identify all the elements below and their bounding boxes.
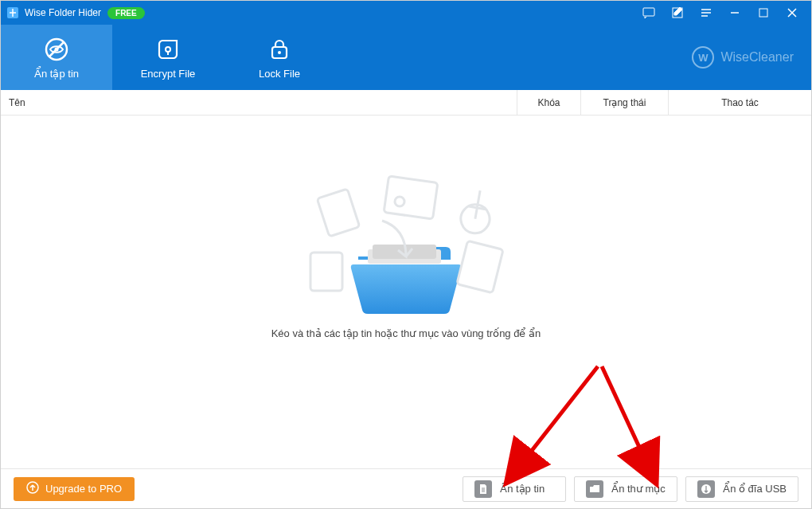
feedback-icon[interactable]	[634, 1, 663, 25]
dropzone-content: Kéo và thả các tập tin hoặc thư mục vào …	[271, 229, 541, 339]
column-headers: Tên Khóa Trạng thái Thao tác	[1, 90, 811, 116]
hide-file-button[interactable]: Ẩn tập tin	[463, 476, 566, 502]
col-action[interactable]: Thao tác	[668, 90, 811, 115]
titlebar: Wise Folder Hider FREE	[1, 1, 811, 25]
usb-icon	[697, 480, 715, 498]
upgrade-icon	[26, 481, 39, 496]
col-status[interactable]: Trạng thái	[580, 90, 668, 115]
svg-rect-13	[310, 253, 342, 291]
svg-line-18	[602, 366, 654, 478]
dropzone[interactable]: Kéo và thả các tập tin hoặc thư mục vào …	[1, 116, 811, 468]
svg-rect-1	[643, 8, 654, 16]
lock-icon	[266, 36, 293, 63]
bottom-bar: Upgrade to PRO Ẩn tập tin Ẩn thư mục Ẩn …	[1, 468, 811, 508]
minimize-button[interactable]	[720, 1, 749, 25]
encrypt-icon	[154, 36, 182, 63]
svg-line-17	[510, 366, 598, 478]
maximize-button[interactable]	[749, 1, 778, 25]
tab-lock-file[interactable]: Lock File	[224, 25, 335, 90]
button-label: Ẩn tập tin	[500, 483, 545, 495]
button-label: Ẩn ổ đĩa USB	[723, 483, 787, 495]
tab-label: Encrypt File	[141, 68, 196, 80]
svg-point-7	[166, 47, 170, 52]
button-label: Ẩn thư mục	[611, 483, 666, 495]
app-window: Wise Folder Hider FREE Ẩn tập tin	[0, 0, 812, 509]
svg-rect-16	[373, 245, 436, 259]
close-button[interactable]	[778, 1, 806, 25]
folder-icon	[586, 480, 603, 498]
col-name[interactable]: Tên	[1, 97, 517, 108]
app-title: Wise Folder Hider	[25, 7, 101, 18]
free-badge: FREE	[107, 7, 145, 19]
brand-label: WiseCleaner	[720, 50, 794, 65]
notes-icon[interactable]	[663, 1, 692, 25]
upgrade-label: Upgrade to PRO	[45, 483, 122, 495]
tab-hide-file[interactable]: Ẩn tập tin	[1, 25, 112, 90]
svg-point-12	[395, 197, 404, 206]
menu-icon[interactable]	[692, 1, 720, 25]
tab-encrypt-file[interactable]: Encrypt File	[112, 25, 224, 90]
hide-usb-button[interactable]: Ẩn ổ đĩa USB	[685, 476, 798, 502]
tab-label: Ẩn tập tin	[34, 68, 79, 80]
hide-folder-button[interactable]: Ẩn thư mục	[574, 476, 677, 502]
brand-logo-icon: W	[692, 46, 714, 69]
dropzone-hint: Kéo và thả các tập tin hoặc thư mục vào …	[271, 327, 541, 339]
svg-rect-11	[384, 176, 438, 219]
hide-icon	[43, 36, 70, 63]
app-icon	[6, 6, 20, 20]
svg-point-9	[278, 51, 281, 54]
toolbar: Ẩn tập tin Encrypt File Lock File W Wise…	[1, 25, 811, 90]
svg-rect-3	[759, 9, 767, 17]
svg-rect-14	[457, 241, 503, 292]
col-lock[interactable]: Khóa	[517, 90, 580, 115]
tab-label: Lock File	[259, 68, 300, 80]
brand[interactable]: W WiseCleaner	[692, 25, 794, 90]
folder-illustration-icon	[350, 229, 462, 316]
svg-line-6	[49, 42, 64, 57]
file-icon	[474, 480, 492, 498]
upgrade-button[interactable]: Upgrade to PRO	[14, 477, 135, 501]
